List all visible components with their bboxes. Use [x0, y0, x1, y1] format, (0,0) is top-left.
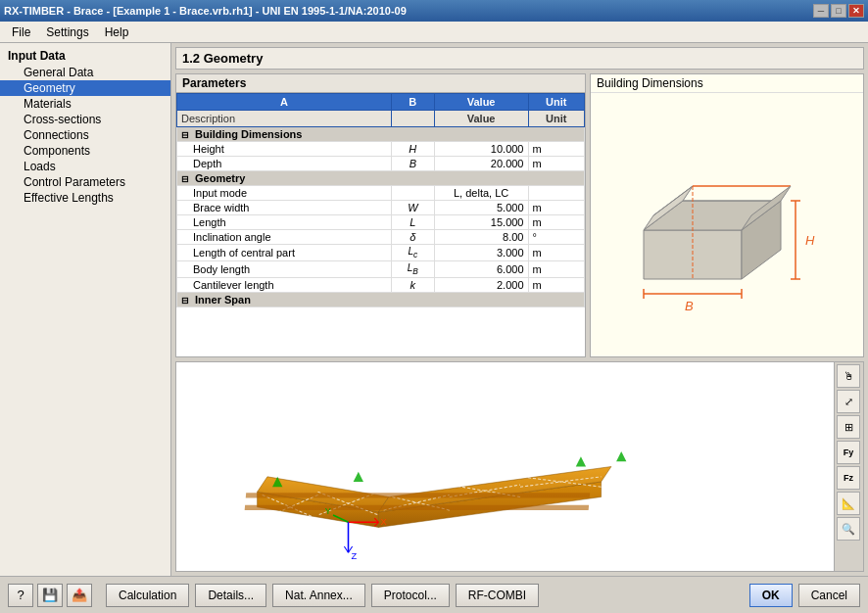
menu-bar: File Settings Help [0, 22, 868, 43]
building-svg: H B [604, 122, 849, 328]
header-c: Value [434, 94, 528, 111]
top-panel: Parameters A B Val [175, 73, 864, 357]
bottom-right-buttons: OK Cancel [749, 584, 860, 607]
params-title: Parameters [176, 74, 585, 93]
rf-combi-button[interactable]: RF-COMBI [456, 584, 539, 607]
sidebar-item-loads[interactable]: Loads [0, 159, 170, 174]
bottom-bar: ? 💾 📤 Calculation Details... Nat. Annex.… [0, 576, 868, 613]
svg-marker-36 [616, 451, 626, 461]
cancel-button[interactable]: Cancel [798, 584, 860, 607]
sidebar-item-components[interactable]: Components [0, 143, 170, 159]
params-table: A B Value Unit Description Value Unit [176, 93, 585, 307]
sidebar-item-general-data[interactable]: General Data [0, 65, 170, 80]
view-toolbar: 🖱 ⤢ ⊞ Fy Fz 📐 🔍 [834, 362, 863, 571]
section-geometry[interactable]: ⊟ Geometry [177, 171, 585, 186]
table-row: Inclination angle δ 8.00 ° [177, 230, 585, 245]
building-dimensions-title: Building Dimensions [591, 74, 863, 93]
export-button[interactable]: 📤 [67, 584, 92, 607]
header-b: B [391, 94, 434, 111]
svg-text:Z: Z [352, 551, 358, 561]
calculation-button[interactable]: Calculation [106, 584, 189, 607]
view-btn-cursor[interactable]: 🖱 [837, 364, 860, 388]
svg-marker-34 [354, 472, 363, 482]
section-title: 1.2 Geometry [175, 47, 864, 70]
header-a: A [177, 94, 392, 111]
parameters-panel: Parameters A B Val [175, 73, 586, 357]
table-row: Body length LB 6.000 m [177, 261, 585, 278]
svg-text:H: H [805, 233, 815, 248]
sidebar-item-effective-lengths[interactable]: Effective Lengths [0, 190, 170, 206]
content-area: 1.2 Geometry Parameters [171, 43, 868, 576]
ok-button[interactable]: OK [749, 584, 793, 607]
details-button[interactable]: Details... [195, 584, 266, 607]
view-btn-fy[interactable]: Fy [837, 441, 860, 464]
view-panel: X Y Z 🖱 ⤢ ⊞ Fy Fz 📐 🔍 [175, 361, 864, 572]
table-row: Input mode L, delta, LC [177, 186, 585, 201]
nat-annex-button[interactable]: Nat. Annex... [272, 584, 365, 607]
minimize-button[interactable]: ─ [813, 4, 829, 18]
svg-rect-31 [246, 493, 590, 497]
title-bar: RX-TIMBER - Brace - [Example 1 - Brace.v… [0, 0, 868, 22]
sidebar: Input Data General Data Geometry Materia… [0, 43, 171, 576]
svg-rect-32 [245, 505, 589, 510]
sidebar-item-connections[interactable]: Connections [0, 127, 170, 143]
window-controls: ─ □ ✕ [813, 4, 864, 18]
sidebar-item-geometry[interactable]: Geometry [0, 80, 170, 96]
sidebar-item-cross-sections[interactable]: Cross-sections [0, 112, 170, 127]
menu-help[interactable]: Help [97, 24, 137, 41]
menu-settings[interactable]: Settings [38, 24, 96, 41]
table-row: Length of central part Lc 3.000 m [177, 245, 585, 261]
view-btn-fz[interactable]: Fz [837, 466, 860, 490]
header-unit: Unit [528, 111, 585, 127]
view-btn-fit[interactable]: ⊞ [837, 415, 860, 439]
sidebar-title: Input Data [0, 47, 170, 65]
params-wrapper[interactable]: A B Value Unit Description Value Unit [176, 93, 585, 356]
3d-view-canvas[interactable]: X Y Z [176, 362, 834, 571]
view-btn-render[interactable]: 📐 [837, 492, 860, 515]
bottom-left-buttons: ? 💾 📤 [8, 584, 92, 607]
section-inner-span[interactable]: ⊟ Inner Span [177, 293, 585, 307]
save-button[interactable]: 💾 [37, 584, 63, 607]
table-row: Brace width W 5.000 m [177, 201, 585, 215]
svg-text:B: B [685, 299, 694, 313]
table-row: Length L 15.000 m [177, 215, 585, 230]
building-diagram: H B [591, 93, 863, 356]
svg-text:X: X [381, 517, 387, 527]
header-description: Description [177, 111, 392, 127]
help-button[interactable]: ? [8, 584, 33, 607]
main-container: Input Data General Data Geometry Materia… [0, 43, 868, 576]
header-d: Unit [528, 94, 585, 111]
3d-view-svg: X Y Z [176, 362, 834, 571]
sidebar-item-control-parameters[interactable]: Control Parameters [0, 174, 170, 190]
header-value: Value [434, 111, 528, 127]
table-row: Cantilever length k 2.000 m [177, 278, 585, 293]
maximize-button[interactable]: □ [831, 4, 846, 18]
view-btn-zoom[interactable]: ⤢ [837, 390, 860, 413]
section-building-dimensions[interactable]: ⊟ Building Dimensions [177, 127, 585, 142]
app-title: RX-TIMBER - Brace - [Example 1 - Brace.v… [4, 5, 407, 17]
sidebar-item-materials[interactable]: Materials [0, 96, 170, 112]
svg-marker-35 [576, 456, 586, 466]
table-row: Depth B 20.000 m [177, 157, 585, 171]
view-btn-search[interactable]: 🔍 [837, 517, 860, 541]
menu-file[interactable]: File [4, 24, 38, 41]
table-row: Height H 10.000 m [177, 142, 585, 157]
close-button[interactable]: ✕ [848, 4, 864, 18]
svg-text:Y: Y [325, 506, 331, 516]
building-dimensions-panel: Building Dimensions [590, 73, 864, 357]
protocol-button[interactable]: Protocol... [371, 584, 450, 607]
